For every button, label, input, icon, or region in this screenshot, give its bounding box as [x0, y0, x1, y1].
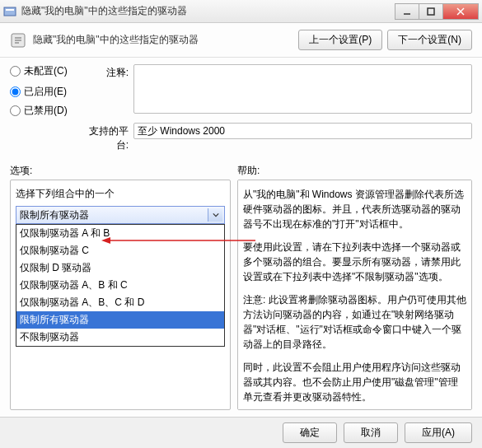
close-button[interactable]: [442, 3, 479, 20]
options-header: 选项:: [10, 164, 237, 178]
window-controls: [395, 3, 479, 20]
window-title: 隐藏"我的电脑"中的这些指定的驱动器: [21, 4, 395, 18]
combo-option[interactable]: 仅限制驱动器 A 和 B: [16, 225, 224, 242]
svg-rect-3: [428, 8, 434, 15]
radio-disabled[interactable]: [10, 105, 21, 116]
prev-setting-button[interactable]: 上一个设置(P): [298, 30, 382, 50]
app-icon: [3, 5, 16, 18]
platform-label: 支持的平台:: [84, 123, 133, 152]
radio-enabled[interactable]: [10, 86, 21, 97]
help-header: 帮助:: [237, 164, 472, 178]
radio-not-configured[interactable]: [10, 66, 21, 77]
cancel-button[interactable]: 取消: [344, 422, 398, 443]
help-paragraph: 同时，此设置不会阻止用户使用程序访问这些驱动器或其内容。也不会防止用户使用"磁盘…: [243, 360, 466, 404]
comment-textarea[interactable]: [133, 64, 472, 114]
combo-option[interactable]: 不限制驱动器: [16, 329, 224, 346]
comment-label: 注释:: [84, 64, 133, 80]
help-panel: 从"我的电脑"和 Windows 资源管理器删除代表所选硬件驱动器的图标。并且，…: [237, 180, 472, 410]
svg-rect-0: [4, 7, 16, 16]
combo-dropdown: 仅限制驱动器 A 和 B仅限制驱动器 C仅限制 D 驱动器仅限制驱动器 A、B …: [16, 224, 225, 347]
header-row: 隐藏"我的电脑"中的这些指定的驱动器 上一个设置(P) 下一个设置(N): [0, 23, 482, 58]
radio-enabled-label[interactable]: 已启用(E): [24, 85, 67, 99]
combo-option[interactable]: 限制所有驱动器: [16, 311, 224, 329]
combo-option[interactable]: 仅限制驱动器 C: [16, 242, 224, 259]
minimize-button[interactable]: [395, 3, 419, 20]
combo-option[interactable]: 仅限制 D 驱动器: [16, 259, 224, 277]
help-paragraph: 从"我的电脑"和 Windows 资源管理器删除代表所选硬件驱动器的图标。并且，…: [243, 187, 466, 231]
chevron-down-icon: [208, 208, 222, 222]
combo-option[interactable]: 仅限制驱动器 A、B、C 和 D: [16, 294, 224, 311]
next-setting-button[interactable]: 下一个设置(N): [387, 30, 472, 50]
footer: 确定 取消 应用(A): [0, 417, 482, 448]
help-paragraph: 要使用此设置，请在下拉列表中选择一个驱动器或多个驱动器的组合。要显示所有驱动器，…: [243, 240, 466, 284]
svg-rect-1: [6, 9, 14, 11]
drive-combo[interactable]: 限制所有驱动器: [16, 206, 225, 224]
maximize-button[interactable]: [419, 3, 443, 20]
columns: 选择下列组合中的一个 限制所有驱动器 仅限制驱动器 A 和 B仅限制驱动器 C仅…: [0, 180, 482, 417]
radio-disabled-label[interactable]: 已禁用(D): [24, 104, 68, 118]
titlebar: 隐藏"我的电脑"中的这些指定的驱动器: [0, 0, 482, 23]
apply-button[interactable]: 应用(A): [405, 422, 472, 443]
policy-icon: [10, 32, 26, 49]
combo-selected-text: 限制所有驱动器: [20, 208, 89, 222]
help-paragraph: 注意: 此设置将删除驱动器图标。用户仍可使用其他方法访问驱动器的内容，如通过在"…: [243, 292, 466, 352]
platform-field: [133, 123, 472, 139]
options-panel: 选择下列组合中的一个 限制所有驱动器 仅限制驱动器 A 和 B仅限制驱动器 C仅…: [10, 180, 231, 410]
radio-not-configured-label[interactable]: 未配置(C): [24, 64, 68, 78]
form-area: 未配置(C) 注释: 已启用(E) 已禁用(D) 支持的平台:: [0, 58, 482, 161]
combo-label: 选择下列组合中的一个: [16, 187, 225, 201]
ok-button[interactable]: 确定: [283, 422, 337, 443]
combo-option[interactable]: 仅限制驱动器 A、B 和 C: [16, 277, 224, 294]
columns-header: 选项: 帮助:: [0, 161, 482, 180]
page-title: 隐藏"我的电脑"中的这些指定的驱动器: [33, 33, 293, 47]
